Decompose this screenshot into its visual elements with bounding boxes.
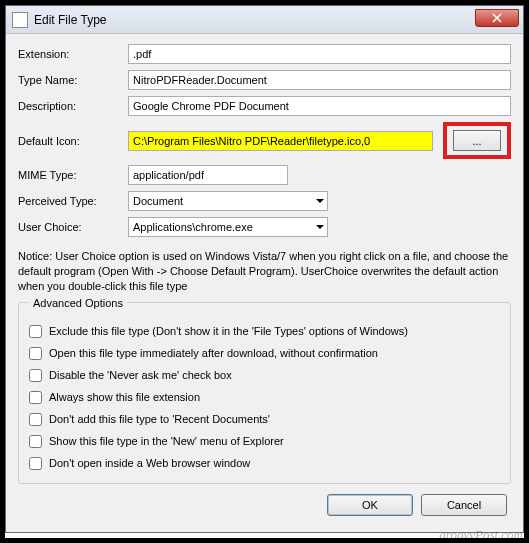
perceived-type-label: Perceived Type: [18, 195, 128, 207]
extension-label: Extension: [18, 48, 128, 60]
opt-no-recent-docs-checkbox[interactable] [29, 413, 42, 426]
type-name-input[interactable] [128, 70, 511, 90]
ok-button[interactable]: OK [327, 494, 413, 516]
mime-type-label: MIME Type: [18, 169, 128, 181]
user-choice-input[interactable] [128, 217, 328, 237]
mime-type-input[interactable] [128, 165, 288, 185]
browse-icon-button[interactable]: ... [453, 130, 501, 151]
type-name-label: Type Name: [18, 74, 128, 86]
watermark-text: groovyPost.com [439, 527, 523, 543]
opt-show-in-new-label: Show this file type in the 'New' menu of… [49, 435, 284, 447]
close-icon [492, 13, 502, 23]
opt-exclude-checkbox[interactable] [29, 325, 42, 338]
cancel-button[interactable]: Cancel [421, 494, 507, 516]
titlebar[interactable]: Edit File Type [6, 6, 523, 34]
opt-show-in-new-checkbox[interactable] [29, 435, 42, 448]
opt-no-web-browser-checkbox[interactable] [29, 457, 42, 470]
description-input[interactable] [128, 96, 511, 116]
default-icon-input[interactable]: C:\Program Files\Nitro PDF\Reader\filety… [128, 131, 433, 151]
opt-disable-never-ask-label: Disable the 'Never ask me' check box [49, 369, 232, 381]
opt-exclude-label: Exclude this file type (Don't show it in… [49, 325, 408, 337]
advanced-options-group: Advanced Options Exclude this file type … [18, 297, 511, 484]
user-choice-combo[interactable] [128, 217, 328, 237]
opt-disable-never-ask-checkbox[interactable] [29, 369, 42, 382]
window-title: Edit File Type [34, 13, 106, 27]
browse-highlight: ... [443, 122, 511, 159]
close-button[interactable] [475, 9, 519, 27]
extension-input[interactable] [128, 44, 511, 64]
opt-no-web-browser-label: Don't open inside a Web browser window [49, 457, 250, 469]
advanced-options-legend: Advanced Options [29, 297, 127, 309]
user-choice-label: User Choice: [18, 221, 128, 233]
notice-text: Notice: User Choice option is used on Wi… [18, 249, 511, 294]
opt-open-immediately-checkbox[interactable] [29, 347, 42, 360]
dialog-window: Edit File Type Extension: Type Name: Des… [5, 5, 524, 533]
opt-no-recent-docs-label: Don't add this file type to 'Recent Docu… [49, 413, 270, 425]
opt-always-show-ext-checkbox[interactable] [29, 391, 42, 404]
opt-open-immediately-label: Open this file type immediately after do… [49, 347, 378, 359]
mime-type-combo[interactable] [128, 165, 288, 185]
opt-always-show-ext-label: Always show this file extension [49, 391, 200, 403]
default-icon-label: Default Icon: [18, 135, 128, 147]
perceived-type-combo[interactable] [128, 191, 328, 211]
description-label: Description: [18, 100, 128, 112]
window-icon [12, 12, 28, 28]
perceived-type-input[interactable] [128, 191, 328, 211]
